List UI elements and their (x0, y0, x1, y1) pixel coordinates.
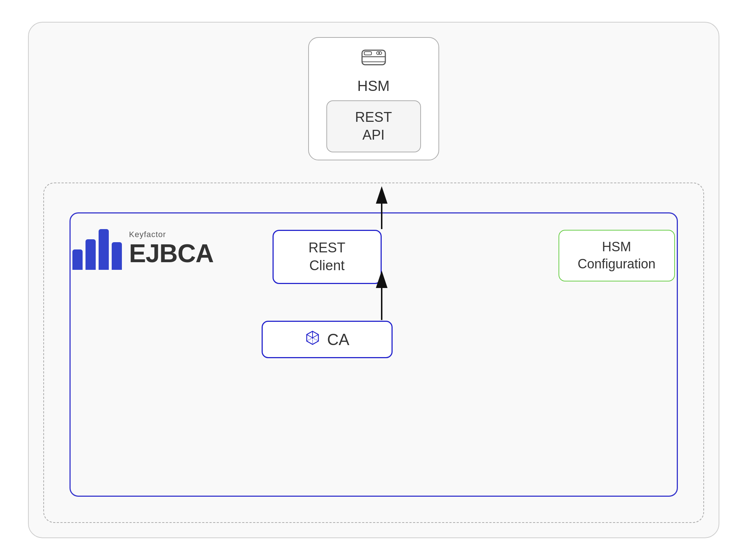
ejbca-area: Keyfactor EJBCA (72, 226, 214, 270)
svg-rect-3 (364, 52, 371, 55)
rest-client-box: RESTClient (273, 230, 382, 284)
rest-api-label: RESTAPI (333, 108, 414, 144)
svg-line-12 (313, 338, 318, 341)
hsm-config-label: HSMConfiguration (565, 239, 668, 273)
ca-label: CA (327, 331, 349, 349)
hsm-config-box: HSMConfiguration (559, 230, 675, 281)
ejbca-label: EJBCA (129, 241, 214, 266)
hsm-icon (359, 47, 388, 71)
hsm-label: HSM (357, 77, 390, 95)
svg-line-11 (307, 338, 313, 341)
ca-cube-icon (305, 330, 321, 349)
diagram-container: HSM RESTAPI Keyfactor EJBCA RESTClient H… (28, 22, 719, 538)
rest-client-label: RESTClient (279, 239, 375, 275)
ejbca-text-area: Keyfactor EJBCA (129, 230, 214, 266)
ejbca-bars-icon (72, 226, 122, 270)
svg-line-9 (313, 335, 318, 338)
svg-line-8 (307, 335, 313, 338)
keyfactor-label: Keyfactor (129, 230, 214, 239)
hsm-box: HSM RESTAPI (308, 37, 439, 160)
ca-box: CA (262, 321, 393, 358)
rest-api-box: RESTAPI (326, 100, 421, 152)
